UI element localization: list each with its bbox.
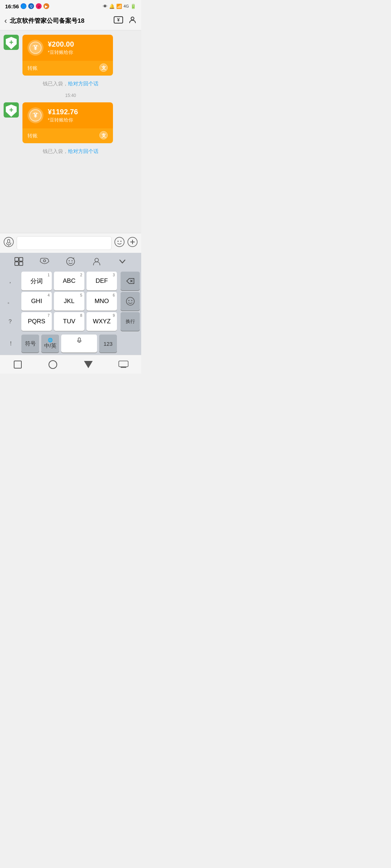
kb-grid-1: 1 分词 2 ABC 3 DEF xyxy=(19,272,119,292)
kb-bottom-row: ！ 符号 🌐 中/英 123 xyxy=(0,333,141,355)
kb-enter-key[interactable]: 换行 xyxy=(121,312,140,331)
nav-circle-icon xyxy=(49,360,57,369)
svg-rect-24 xyxy=(15,262,18,265)
header: ‹ 北京软件管家公司备案号18 ¥ xyxy=(0,12,141,30)
kb-key-jkl[interactable]: 5 JKL xyxy=(54,292,84,311)
profile-icon[interactable] xyxy=(128,16,137,26)
transfer-footer-2: 转账 支 xyxy=(22,128,113,143)
nav-square-icon xyxy=(14,361,22,369)
kb-grid-2: 4 GHI 5 JKL 6 MNO xyxy=(19,292,119,312)
svg-point-29 xyxy=(71,260,72,261)
nav-keyboard-button[interactable] xyxy=(113,358,134,371)
kb-right-bottom xyxy=(118,335,140,353)
toolbar-grid-icon[interactable] xyxy=(12,255,26,268)
message-row-1: + ¥ ¥200.00 *豆转账给你 转账 xyxy=(4,35,138,76)
battery-icon: 🔋 xyxy=(130,4,136,9)
kb-fuhao-key[interactable]: 符号 xyxy=(21,335,39,353)
transfer-amount-2: ¥1192.76 xyxy=(48,107,78,116)
kb-key-wxyz[interactable]: 9 WXYZ xyxy=(87,312,117,331)
nav-home-button[interactable] xyxy=(42,358,64,371)
svg-rect-39 xyxy=(119,361,128,367)
kb-left-key-period: 。 xyxy=(1,292,19,311)
transfer-desc-1: *豆转账给你 xyxy=(48,49,74,56)
transfer-bubble-1[interactable]: ¥ ¥200.00 *豆转账给你 转账 支 xyxy=(22,35,113,76)
svg-rect-25 xyxy=(19,262,23,265)
toolbar-avatar-icon[interactable] xyxy=(89,255,104,268)
transfer-bubble-2[interactable]: ¥ ¥1192.76 *豆转账给你 转账 支 xyxy=(22,102,113,143)
chat-area: + ¥ ¥200.00 *豆转账给你 转账 xyxy=(0,30,141,233)
nav-recents-button[interactable] xyxy=(77,358,99,371)
shield-icon: + xyxy=(5,37,17,48)
status-icons: 👁 🔔 📶 4G 🔋 xyxy=(103,4,136,9)
kb-key-abc[interactable]: 2 ABC xyxy=(54,272,84,290)
transfer-amount-1: ¥200.00 xyxy=(48,40,74,48)
svg-rect-37 xyxy=(78,338,80,341)
emoji-button[interactable] xyxy=(114,237,125,249)
kb-row-1: 1 分词 2 ABC 3 DEF xyxy=(19,272,119,290)
globe-icon: 🌐 xyxy=(21,3,26,9)
toolbar-sticker-icon[interactable] xyxy=(63,255,78,268)
toolbar-keyboard-icon[interactable] xyxy=(37,255,52,268)
avatar-1: + xyxy=(4,35,19,50)
kb-emoji-key[interactable] xyxy=(121,292,140,311)
keyboard-row-2: 。 4 GHI 5 JKL 6 MNO xyxy=(0,292,141,312)
globe-small-icon: 🌐 xyxy=(48,338,53,342)
status-bar: 16:56 🌐 Q ♪ ▶ 👁 🔔 📶 4G 🔋 xyxy=(0,0,141,12)
svg-text:+: + xyxy=(9,38,13,46)
kb-right-col-1 xyxy=(119,272,141,292)
mic-button[interactable] xyxy=(4,237,14,249)
money-transfer-icon[interactable]: ¥ xyxy=(114,16,123,26)
kb-backspace-key[interactable] xyxy=(121,272,140,290)
kb-left-bottom: ！ xyxy=(1,335,20,353)
timestamp-1: 15:40 xyxy=(4,93,138,98)
svg-point-17 xyxy=(118,241,119,242)
nav-bar xyxy=(0,355,141,374)
kb-left-key-question: ？ xyxy=(1,312,19,331)
status-time: 16:56 xyxy=(5,3,19,9)
mic-small-icon xyxy=(76,337,82,343)
kb-key-def[interactable]: 3 DEF xyxy=(87,272,117,290)
nav-triangle-icon xyxy=(84,361,93,368)
svg-point-2 xyxy=(131,17,134,20)
kb-key-pqrs[interactable]: 7 PQRS xyxy=(21,312,52,331)
kb-space-key[interactable] xyxy=(61,335,97,353)
kb-key-mno[interactable]: 6 MNO xyxy=(87,292,117,311)
reply-link-2[interactable]: 给对方回个话 xyxy=(68,148,98,154)
wifi-icon: 📶 xyxy=(116,4,122,9)
alipay-logo-1: 支 xyxy=(99,63,108,73)
reply-link-1[interactable]: 给对方回个话 xyxy=(68,81,98,86)
transfer-label-1: 转账 xyxy=(28,65,38,72)
svg-rect-14 xyxy=(8,239,10,243)
avatar-2: + xyxy=(4,102,19,118)
kb-key-fenCi[interactable]: 1 分词 xyxy=(21,272,52,290)
svg-point-31 xyxy=(95,258,98,262)
chat-title: 北京软件管家公司备案号18 xyxy=(10,17,114,25)
kb-grid-3: 7 PQRS 8 TUV 9 WXYZ xyxy=(19,312,119,332)
status-text-1: 钱已入袋，给对方回个话 xyxy=(4,81,138,87)
text-input[interactable] xyxy=(17,236,112,250)
toolbar-chevron-down-icon[interactable] xyxy=(115,255,130,268)
transfer-footer-1: 转账 支 xyxy=(22,61,113,76)
shield-icon-2: + xyxy=(5,104,17,116)
kb-row-2: 4 GHI 5 JKL 6 MNO xyxy=(19,292,119,311)
kb-123-key[interactable]: 123 xyxy=(99,335,117,353)
keyboard-toolbar xyxy=(0,253,141,270)
svg-point-34 xyxy=(126,297,134,305)
keyboard-row-3: ？ 7 PQRS 8 TUV 9 WXYZ 换行 xyxy=(0,312,141,332)
kb-zhong-key[interactable]: 🌐 中/英 xyxy=(41,335,59,353)
kb-exclaim-key: ！ xyxy=(1,335,20,353)
kb-key-ghi[interactable]: 4 GHI xyxy=(21,292,52,311)
svg-text:支: 支 xyxy=(101,133,106,138)
nav-back-button[interactable] xyxy=(7,358,29,371)
kb-key-tuv[interactable]: 8 TUV xyxy=(54,312,84,331)
kb-left-col-2: 。 xyxy=(0,292,19,312)
kb-right-col-3: 换行 xyxy=(119,312,141,332)
svg-rect-23 xyxy=(19,258,23,261)
plus-button[interactable] xyxy=(127,237,138,250)
transfer-desc-2: *豆转账给你 xyxy=(48,117,78,123)
status-left: 16:56 🌐 Q ♪ ▶ xyxy=(5,3,49,9)
back-button[interactable]: ‹ xyxy=(4,16,7,26)
svg-point-18 xyxy=(121,241,122,242)
status-text-2: 钱已入袋，给对方回个话 xyxy=(4,148,138,155)
bell-icon: 🔔 xyxy=(109,4,115,9)
